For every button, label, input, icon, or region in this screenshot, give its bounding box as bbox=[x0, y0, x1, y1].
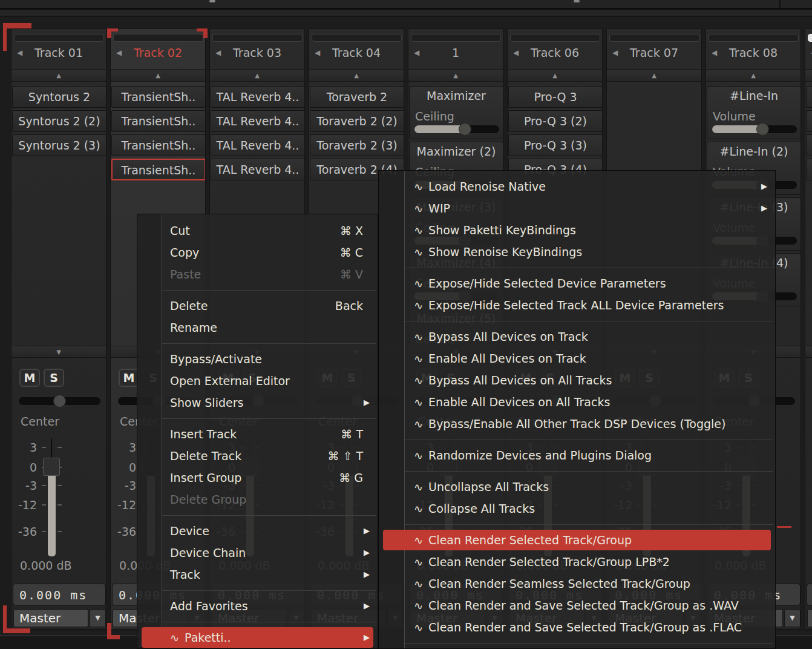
randomize-devices-and-plugins-dialog-menu-item[interactable]: ∿Randomize Devices and Plugins Dialog bbox=[379, 444, 775, 466]
collapse-track-button-bottom[interactable]: ▼ bbox=[805, 346, 812, 358]
device-slot[interactable]: TAL Reverb 4.. bbox=[211, 110, 304, 132]
device-slot[interactable] bbox=[806, 159, 812, 180]
cut-menu-item[interactable]: Cut⌘ X bbox=[137, 220, 378, 242]
track-name[interactable]: Track 06 bbox=[508, 45, 602, 60]
routing-dropdown-button[interactable]: ▼ bbox=[784, 609, 801, 627]
load-renoise-native-menu-item[interactable]: ∿Load Renoise Native▶ bbox=[379, 176, 775, 197]
track-name[interactable]: Track 02 bbox=[111, 45, 205, 60]
track-scroll-button[interactable] bbox=[411, 34, 501, 42]
device-slot[interactable] bbox=[806, 134, 812, 156]
collapse-track-button[interactable]: ▲ bbox=[607, 69, 701, 82]
track-name[interactable]: Track 08 bbox=[706, 45, 801, 60]
device-chain-menu-item[interactable]: Device Chain▶ bbox=[137, 542, 378, 564]
clean-render-selected-track-group-lpb-2-menu-item[interactable]: ∿Clean Render Selected Track/Group LPB*2 bbox=[379, 551, 775, 573]
bypass-activate-menu-item[interactable]: Bypass/Activate bbox=[137, 348, 378, 370]
device-param-slider[interactable] bbox=[712, 125, 797, 133]
track-name[interactable]: Track 04 bbox=[309, 45, 404, 60]
track-scroll-button[interactable] bbox=[312, 34, 402, 42]
device-slot[interactable]: TAL Reverb 4.. bbox=[211, 159, 304, 180]
copy-menu-item[interactable]: Copy⌘ C bbox=[137, 242, 378, 263]
device-slot[interactable]: TransientSh.. bbox=[111, 134, 205, 156]
mute-button[interactable]: M bbox=[119, 369, 139, 387]
device-slot[interactable] bbox=[806, 110, 812, 132]
collapse-track-button[interactable]: ▲ bbox=[805, 69, 812, 82]
device-slot[interactable]: #Line-InVolume bbox=[707, 86, 801, 139]
expose-hide-selected-track-all-device-parameters-menu-item[interactable]: ∿Expose/Hide Selected Track ALL Device P… bbox=[379, 294, 775, 316]
device-slot[interactable]: Syntorus 2 (2) bbox=[12, 110, 106, 132]
expose-hide-selected-device-parameters-menu-item[interactable]: ∿Expose/Hide Selected Device Parameters bbox=[379, 272, 775, 294]
delay-value-box[interactable]: 0.000 ms bbox=[13, 584, 106, 605]
collapse-track-button[interactable]: ▲ bbox=[111, 69, 205, 82]
slider-handle[interactable] bbox=[459, 123, 471, 136]
pan-handle[interactable] bbox=[53, 395, 66, 407]
device-slot[interactable]: Toraverb 2 bbox=[310, 86, 404, 108]
show-renoise-keybindings-menu-item[interactable]: ∿Show Renoise KeyBindings bbox=[379, 241, 775, 263]
delay-value-box[interactable]: 0.000 ms bbox=[807, 584, 812, 605]
routing-select[interactable]: Master bbox=[807, 609, 812, 627]
enable-all-devices-on-track-menu-item[interactable]: ∿Enable All Devices on Track bbox=[379, 348, 775, 369]
device-slot[interactable]: TransientSh.. bbox=[111, 159, 205, 180]
track-scroll-button[interactable] bbox=[113, 34, 203, 42]
bypass-all-devices-on-track-menu-item[interactable]: ∿Bypass All Devices on Track bbox=[379, 326, 775, 348]
track-scroll-button[interactable] bbox=[510, 34, 600, 42]
open-external-editor-menu-item[interactable]: Open External Editor bbox=[137, 370, 378, 392]
collapse-track-button-bottom[interactable]: ▼ bbox=[11, 346, 106, 358]
collapse-track-button[interactable]: ▲ bbox=[11, 69, 106, 82]
pan-slider[interactable] bbox=[19, 397, 100, 405]
device-slot[interactable]: Toraverb 2 (2) bbox=[310, 110, 404, 132]
track-menu-item[interactable]: Track▶ bbox=[137, 564, 378, 585]
add-favorites-menu-item[interactable]: Add Favorites▶ bbox=[137, 595, 378, 617]
clean-render-and-save-selected-track-group-as-flac-menu-item[interactable]: ∿Clean Render and Save Selected Track/Gr… bbox=[379, 616, 775, 638]
insert-group-menu-item[interactable]: Insert Group⌘ G bbox=[137, 467, 378, 489]
solo-button[interactable]: S bbox=[44, 369, 64, 387]
slider-handle[interactable] bbox=[756, 123, 769, 136]
delete-menu-item[interactable]: DeleteBack bbox=[137, 295, 378, 317]
track-name[interactable]: Track 03 bbox=[210, 45, 304, 60]
collapse-track-button[interactable]: ▲ bbox=[508, 69, 602, 82]
device-slot[interactable]: Syntorus 2 bbox=[12, 86, 106, 108]
track-scroll-button[interactable] bbox=[212, 34, 303, 42]
device-slot[interactable]: Pro-Q 3 bbox=[508, 86, 602, 108]
device-slot[interactable]: TransientSh.. bbox=[111, 110, 205, 132]
device-param-slider[interactable] bbox=[414, 125, 499, 133]
device-slot[interactable] bbox=[806, 86, 812, 108]
track-name[interactable]: Track 07 bbox=[607, 45, 701, 60]
insert-track-menu-item[interactable]: Insert Track⌘ T bbox=[137, 423, 378, 445]
rename-menu-item[interactable]: Rename bbox=[137, 317, 378, 338]
delete-track-menu-item[interactable]: Delete Track⌘ ⇧ T bbox=[137, 445, 378, 467]
clean-render-and-save-selected-track-group-as-wav-menu-item[interactable]: ∿Clean Render and Save Selected Track/Gr… bbox=[379, 595, 775, 616]
context-menu: Cut⌘ XCopy⌘ CPaste⌘ VDeleteBackRenameByp… bbox=[137, 214, 378, 649]
device-slot[interactable]: Toraverb 2 (3) bbox=[310, 134, 404, 156]
track-name[interactable]: 1 bbox=[408, 45, 503, 60]
clean-render-seamless-selected-track-group-menu-item[interactable]: ∿Clean Render Seamless Selected Track/Gr… bbox=[379, 573, 775, 595]
bypass-enable-all-other-track-dsp-devices-toggle-menu-item[interactable]: ∿Bypass/Enable All Other Track DSP Devic… bbox=[379, 413, 775, 435]
show-sliders-menu-item[interactable]: Show Sliders▶ bbox=[137, 392, 378, 413]
device-menu-item[interactable]: Device▶ bbox=[137, 520, 378, 542]
collapse-track-button[interactable]: ▲ bbox=[309, 69, 404, 82]
collapse-all-tracks-menu-item[interactable]: ∿Collapse All Tracks bbox=[379, 498, 775, 519]
volume-fader[interactable] bbox=[38, 437, 65, 558]
clean-render-selected-track-group-menu-item[interactable]: ∿Clean Render Selected Track/Group bbox=[379, 529, 775, 551]
uncollapse-all-tracks-menu-item[interactable]: ∿Uncollapse All Tracks bbox=[379, 476, 775, 498]
track-scroll-button[interactable] bbox=[709, 34, 799, 42]
device-slot[interactable]: MaximizerCeiling bbox=[409, 86, 503, 139]
device-slot[interactable]: Pro-Q 3 (3) bbox=[508, 134, 602, 156]
collapse-track-button[interactable]: ▲ bbox=[210, 69, 304, 82]
fader-handle[interactable] bbox=[43, 458, 60, 476]
device-slot[interactable]: Pro-Q 3 (2) bbox=[508, 110, 602, 132]
device-slot[interactable]: TAL Reverb 4.. bbox=[211, 134, 304, 156]
device-slot[interactable]: TAL Reverb 4.. bbox=[211, 86, 304, 108]
enable-all-devices-on-all-tracks-menu-item[interactable]: ∿Enable All Devices on All Tracks bbox=[379, 391, 775, 413]
device-slot[interactable]: Syntorus 2 (3) bbox=[12, 134, 106, 156]
track-scroll-button[interactable] bbox=[808, 34, 812, 42]
track-scroll-button[interactable] bbox=[609, 34, 699, 42]
wip-menu-item[interactable]: ∿WIP▶ bbox=[379, 197, 775, 219]
paketti-menu-item[interactable]: ∿Paketti..▶ bbox=[137, 627, 378, 648]
show-paketti-keybindings-menu-item[interactable]: ∿Show Paketti KeyBindings bbox=[379, 219, 775, 241]
collapse-track-button[interactable]: ▲ bbox=[706, 69, 801, 82]
routing-dropdown-button[interactable]: ▼ bbox=[90, 609, 106, 627]
device-slot[interactable]: TransientSh.. bbox=[111, 86, 205, 108]
collapse-track-button[interactable]: ▲ bbox=[408, 69, 503, 82]
mute-button[interactable]: M bbox=[19, 369, 40, 387]
bypass-all-devices-on-all-tracks-menu-item[interactable]: ∿Bypass All Devices on All Tracks bbox=[379, 369, 775, 391]
